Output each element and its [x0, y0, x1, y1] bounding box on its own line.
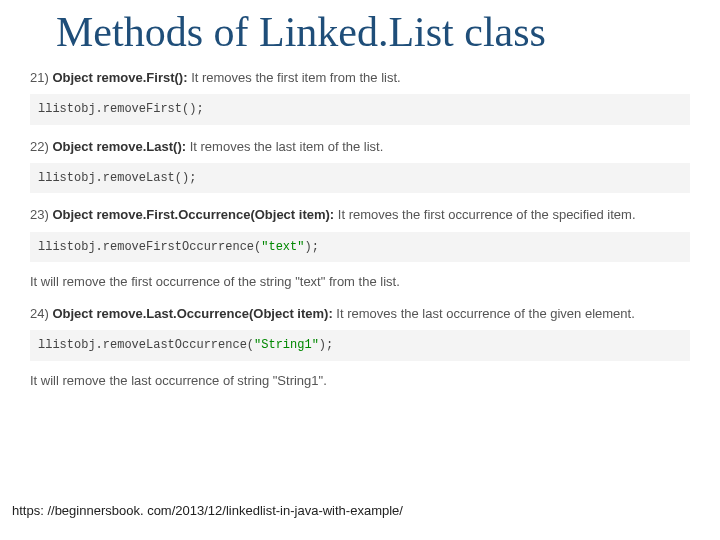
- entry-number: 24): [30, 306, 49, 321]
- code-prefix: llistobj.removeFirstOccurrence(: [38, 240, 261, 254]
- slide-title: Methods of Linked.List class: [56, 8, 690, 56]
- entry-number: 23): [30, 207, 49, 222]
- code-suffix: );: [319, 338, 333, 352]
- entry-signature: Object remove.Last.Occurrence(Object ite…: [52, 306, 332, 321]
- entry-description: It removes the last item of the list.: [190, 139, 384, 154]
- method-entry: 24) Object remove.Last.Occurrence(Object…: [30, 304, 690, 324]
- entry-number: 21): [30, 70, 49, 85]
- code-text: llistobj.removeFirst();: [38, 102, 204, 116]
- code-block: llistobj.removeFirstOccurrence("text");: [30, 232, 690, 263]
- entry-signature: Object remove.First():: [52, 70, 187, 85]
- source-url: https: //beginnersbook. com/2013/12/link…: [12, 503, 403, 518]
- entry-signature: Object remove.First.Occurrence(Object it…: [52, 207, 334, 222]
- method-entry: 21) Object remove.First(): It removes th…: [30, 68, 690, 88]
- method-entry: 22) Object remove.Last(): It removes the…: [30, 137, 690, 157]
- entry-signature: Object remove.Last():: [52, 139, 186, 154]
- entry-number: 22): [30, 139, 49, 154]
- code-string-literal: "text": [261, 240, 304, 254]
- entry-note: It will remove the last occurrence of st…: [30, 371, 690, 391]
- content-area: 21) Object remove.First(): It removes th…: [30, 68, 690, 391]
- code-prefix: llistobj.removeLastOccurrence(: [38, 338, 254, 352]
- code-string-literal: "String1": [254, 338, 319, 352]
- code-block: llistobj.removeLastOccurrence("String1")…: [30, 330, 690, 361]
- entry-description: It removes the first occurrence of the s…: [338, 207, 636, 222]
- code-text: llistobj.removeLast();: [38, 171, 196, 185]
- code-block: llistobj.removeLast();: [30, 163, 690, 194]
- code-block: llistobj.removeFirst();: [30, 94, 690, 125]
- code-suffix: );: [304, 240, 318, 254]
- entry-note: It will remove the first occurrence of t…: [30, 272, 690, 292]
- method-entry: 23) Object remove.First.Occurrence(Objec…: [30, 205, 690, 225]
- slide: Methods of Linked.List class 21) Object …: [0, 0, 720, 540]
- entry-description: It removes the last occurrence of the gi…: [336, 306, 634, 321]
- entry-description: It removes the first item from the list.: [191, 70, 401, 85]
